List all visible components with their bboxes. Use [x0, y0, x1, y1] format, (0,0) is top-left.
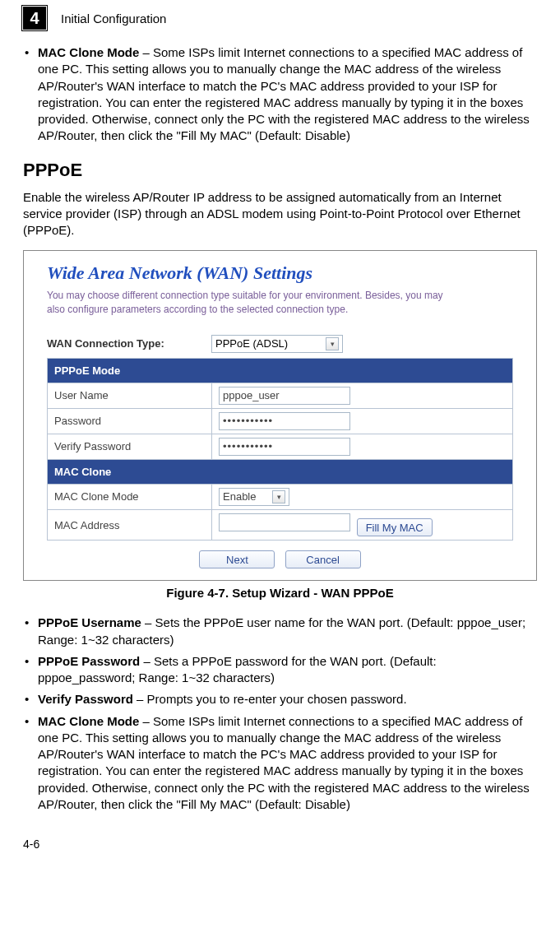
- desc: – Some ISPs limit Internet connections t…: [38, 714, 530, 811]
- chapter-title: Initial Configuration: [61, 12, 166, 26]
- wan-type-value: PPPoE (ADSL): [215, 337, 288, 350]
- bottom-bullet-list: PPPoE Username – Sets the PPPoE user nam…: [23, 615, 537, 813]
- wan-connection-type-row: WAN Connection Type: PPPoE (ADSL) ▾: [47, 335, 513, 353]
- mac-address-label: MAC Address: [48, 509, 212, 541]
- wan-type-label: WAN Connection Type:: [47, 337, 211, 350]
- term: MAC Clone Mode: [38, 714, 139, 728]
- list-item: PPPoE Username – Sets the PPPoE user nam…: [23, 615, 537, 648]
- username-input[interactable]: pppoe_user: [219, 387, 350, 405]
- chevron-down-icon: ▾: [326, 337, 339, 350]
- term: PPPoE Password: [38, 654, 140, 668]
- desc: – Prompts you to re-enter your chosen pa…: [133, 692, 407, 706]
- fill-my-mac-button[interactable]: Fill My MAC: [357, 518, 433, 536]
- username-label: User Name: [48, 383, 212, 408]
- cancel-button[interactable]: Cancel: [285, 550, 361, 568]
- table-row: Password •••••••••••: [48, 408, 513, 434]
- figure-wan-pppoe: Wide Area Network (WAN) Settings You may…: [23, 250, 537, 581]
- top-bullet-list: MAC Clone Mode – Some ISPs limit Interne…: [23, 44, 537, 145]
- chapter-badge: 4: [23, 7, 46, 30]
- page-header: 4 Initial Configuration: [23, 0, 537, 44]
- table-row: MAC Clone Mode Enable ▾: [48, 484, 513, 509]
- table-row: User Name pppoe_user: [48, 383, 513, 408]
- figure-caption: Figure 4-7. Setup Wizard - WAN PPPoE: [23, 586, 537, 600]
- chevron-down-icon: ▾: [272, 490, 285, 503]
- term: PPPoE Username: [38, 615, 141, 629]
- section-intro: Enable the wireless AP/Router IP address…: [23, 189, 537, 239]
- wan-type-select[interactable]: PPPoE (ADSL) ▾: [211, 335, 343, 353]
- term: Verify Password: [38, 692, 133, 706]
- table-row: MAC Address Fill My MAC: [48, 509, 513, 541]
- next-button[interactable]: Next: [199, 550, 275, 568]
- mac-address-input[interactable]: [219, 513, 350, 531]
- password-input[interactable]: •••••••••••: [219, 412, 350, 430]
- section-heading-pppoe: PPPoE: [23, 160, 537, 181]
- mac-clone-header: MAC Clone: [48, 459, 513, 484]
- list-item: MAC Clone Mode – Some ISPs limit Interne…: [23, 713, 537, 814]
- desc: – Some ISPs limit Internet connections t…: [38, 45, 530, 142]
- panel-description: You may choose different connection type…: [47, 289, 458, 317]
- verify-password-input[interactable]: •••••••••••: [219, 438, 350, 456]
- pppoe-config-table: PPPoE Mode User Name pppoe_user Password…: [47, 358, 513, 541]
- list-item: Verify Password – Prompts you to re-ente…: [23, 691, 537, 708]
- mac-mode-select[interactable]: Enable ▾: [219, 488, 289, 506]
- action-row: Next Cancel: [47, 550, 513, 568]
- list-item: MAC Clone Mode – Some ISPs limit Interne…: [23, 44, 537, 145]
- panel-title: Wide Area Network (WAN) Settings: [47, 262, 513, 284]
- list-item: PPPoE Password – Sets a PPPoE password f…: [23, 653, 537, 687]
- password-label: Password: [48, 408, 212, 434]
- mac-mode-value: Enable: [223, 490, 256, 503]
- term: MAC Clone Mode: [38, 45, 139, 59]
- page-number: 4-6: [23, 838, 537, 851]
- pppoe-mode-header: PPPoE Mode: [48, 358, 513, 383]
- verify-password-label: Verify Password: [48, 434, 212, 459]
- mac-mode-label: MAC Clone Mode: [48, 484, 212, 509]
- table-row: Verify Password •••••••••••: [48, 434, 513, 459]
